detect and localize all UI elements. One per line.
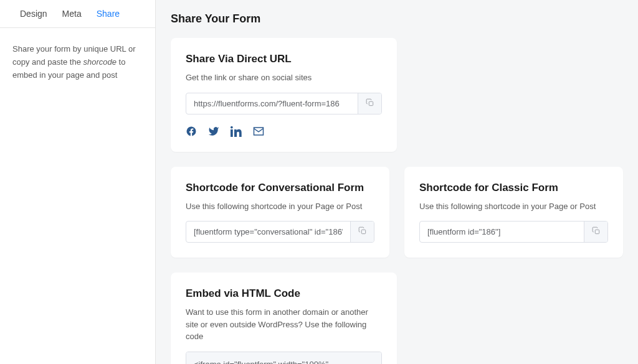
conversational-subtitle: Use this following shortcode in your Pag…: [186, 200, 374, 213]
embed-card: Embed via HTML Code Want to use this for…: [171, 273, 397, 364]
social-share-row: [186, 126, 382, 137]
page-title: Share Your Form: [171, 12, 623, 26]
classic-input[interactable]: [420, 222, 584, 242]
direct-url-title: Share Via Direct URL: [186, 53, 382, 65]
conversational-input[interactable]: [186, 222, 350, 242]
conversational-shortcode-card: Shortcode for Conversational Form Use th…: [171, 167, 389, 258]
email-icon[interactable]: [253, 126, 264, 137]
svg-rect-0: [369, 101, 373, 105]
tab-meta[interactable]: Meta: [55, 0, 89, 27]
svg-rect-1: [361, 230, 365, 233]
direct-url-input-group: [186, 93, 382, 114]
sidebar-description: Share your form by unique URL or copy an…: [0, 28, 155, 96]
tab-design[interactable]: Design: [12, 0, 55, 27]
sidebar-tabs: Design Meta Share: [0, 0, 155, 28]
linkedin-icon[interactable]: [231, 126, 242, 137]
classic-input-group: [419, 221, 608, 243]
classic-shortcode-card: Shortcode for Classic Form Use this foll…: [404, 167, 623, 258]
sidebar: Design Meta Share Share your form by uni…: [0, 0, 156, 364]
copy-icon: [358, 226, 367, 237]
copy-icon: [592, 226, 601, 237]
twitter-icon[interactable]: [208, 126, 219, 137]
main-content: Share Your Form Share Via Direct URL Get…: [156, 0, 638, 364]
direct-url-input[interactable]: [186, 93, 358, 114]
facebook-icon[interactable]: [186, 126, 197, 137]
copy-conversational-button[interactable]: [350, 222, 374, 242]
sidebar-desc-italic: shorcode: [83, 57, 116, 67]
direct-url-subtitle: Get the link or share on social sites: [186, 72, 382, 84]
embed-textarea[interactable]: <iframe id="fluentform" width="100%" hei…: [186, 352, 382, 365]
copy-icon: [366, 98, 374, 109]
shortcode-row: Shortcode for Conversational Form Use th…: [171, 167, 623, 273]
svg-rect-2: [595, 230, 599, 233]
direct-url-card: Share Via Direct URL Get the link or sha…: [171, 38, 397, 152]
embed-subtitle: Want to use this form in another domain …: [186, 306, 382, 343]
classic-subtitle: Use this following shortcode in your Pag…: [419, 200, 608, 213]
conversational-input-group: [186, 221, 374, 243]
copy-classic-button[interactable]: [584, 222, 607, 242]
copy-url-button[interactable]: [358, 93, 381, 114]
classic-title: Shortcode for Classic Form: [419, 182, 608, 194]
embed-title: Embed via HTML Code: [186, 287, 382, 300]
tab-share[interactable]: Share: [89, 0, 127, 27]
conversational-title: Shortcode for Conversational Form: [186, 182, 374, 194]
